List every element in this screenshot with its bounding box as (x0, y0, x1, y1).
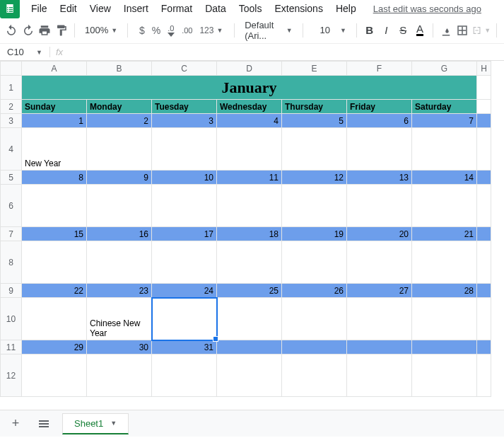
cell[interactable] (477, 76, 491, 100)
merge-cells-button[interactable]: ▼ (472, 21, 491, 40)
event-cell[interactable]: New Year (22, 128, 87, 171)
bold-button[interactable]: B (363, 21, 377, 40)
paint-format-icon[interactable] (54, 21, 69, 40)
cell[interactable] (477, 128, 491, 171)
event-cell[interactable] (412, 355, 477, 397)
event-cell[interactable] (347, 298, 412, 340)
zoom-select[interactable]: 100%▼ (81, 25, 122, 35)
day-num[interactable]: 12 (282, 171, 347, 185)
cell[interactable] (477, 100, 491, 114)
font-select[interactable]: Default (Ari...▼ (240, 20, 297, 41)
event-cell[interactable] (152, 355, 217, 397)
cell[interactable] (477, 298, 491, 340)
name-box[interactable]: C10▼ (0, 45, 49, 59)
row-header-9[interactable]: 9 (1, 284, 22, 298)
menu-file[interactable]: File (25, 0, 53, 17)
sheets-logo-icon[interactable] (0, 0, 20, 18)
menu-format[interactable]: Format (156, 0, 198, 17)
day-num[interactable]: 23 (87, 284, 152, 298)
all-sheets-button[interactable] (34, 414, 54, 434)
event-cell[interactable] (347, 241, 412, 284)
event-cell[interactable] (282, 355, 347, 397)
row-header-8[interactable]: 8 (1, 241, 22, 284)
month-title-cell[interactable]: January (22, 76, 477, 100)
day-num[interactable]: 24 (152, 284, 217, 298)
menu-extensions[interactable]: Extensions (269, 0, 328, 17)
font-size-select[interactable]: 10▼ (309, 25, 351, 35)
day-num[interactable]: 20 (347, 227, 412, 241)
cell[interactable] (477, 355, 491, 397)
redo-icon[interactable] (21, 21, 35, 40)
row-header-11[interactable]: 11 (1, 340, 22, 355)
day-num[interactable]: 6 (347, 114, 412, 128)
fill-color-button[interactable] (439, 21, 453, 40)
event-cell[interactable] (347, 185, 412, 227)
cell[interactable] (477, 185, 491, 227)
day-num[interactable]: 21 (412, 227, 477, 241)
event-cell[interactable] (282, 241, 347, 284)
weekday-header[interactable]: Sunday (22, 100, 87, 114)
day-num[interactable]: 1 (22, 114, 87, 128)
spreadsheet-grid[interactable]: A B C D E F G H 1 January 2 Sunday Monda… (0, 61, 504, 410)
borders-button[interactable] (455, 21, 469, 40)
event-cell[interactable] (217, 298, 282, 340)
format-currency-button[interactable]: $ (136, 21, 148, 40)
day-num[interactable]: 9 (87, 171, 152, 185)
cell[interactable] (477, 227, 491, 241)
row-header-2[interactable]: 2 (1, 100, 22, 114)
event-cell[interactable] (282, 128, 347, 171)
cell[interactable] (477, 114, 491, 128)
day-num[interactable]: 27 (347, 284, 412, 298)
event-cell[interactable] (152, 241, 217, 284)
event-cell[interactable] (282, 185, 347, 227)
cell[interactable] (477, 241, 491, 284)
sheet-tab[interactable]: Sheet1▼ (62, 413, 129, 434)
row-header-6[interactable]: 6 (1, 185, 22, 227)
event-cell[interactable] (412, 241, 477, 284)
row-header-1[interactable]: 1 (1, 76, 22, 100)
cell[interactable] (477, 171, 491, 185)
event-cell[interactable] (412, 128, 477, 171)
weekday-header[interactable]: Friday (347, 100, 412, 114)
day-num[interactable]: 5 (282, 114, 347, 128)
day-num[interactable]: 4 (217, 114, 282, 128)
event-cell[interactable] (87, 355, 152, 397)
event-cell[interactable] (22, 298, 87, 340)
text-color-button[interactable]: A (413, 21, 427, 40)
menu-data[interactable]: Data (199, 0, 232, 17)
col-header-D[interactable]: D (217, 62, 282, 76)
row-header-4[interactable]: 4 (1, 128, 22, 171)
day-num[interactable]: 17 (152, 227, 217, 241)
menu-view[interactable]: View (84, 0, 117, 17)
event-cell[interactable] (152, 128, 217, 171)
day-num[interactable]: 18 (217, 227, 282, 241)
event-cell[interactable] (347, 128, 412, 171)
menu-help[interactable]: Help (330, 0, 362, 17)
menu-edit[interactable]: Edit (54, 0, 83, 17)
weekday-header[interactable]: Saturday (412, 100, 477, 114)
event-cell[interactable] (87, 241, 152, 284)
day-num[interactable]: 25 (217, 284, 282, 298)
row-header-3[interactable]: 3 (1, 114, 22, 128)
weekday-header[interactable]: Tuesday (152, 100, 217, 114)
event-cell[interactable]: Chinese New Year (87, 298, 152, 340)
event-cell[interactable] (217, 241, 282, 284)
day-num[interactable] (347, 340, 412, 355)
increase-decimal-button[interactable]: .00 (179, 21, 195, 40)
col-header-E[interactable]: E (282, 62, 347, 76)
event-cell[interactable] (87, 185, 152, 227)
day-num[interactable]: 15 (22, 227, 87, 241)
col-header-C[interactable]: C (152, 62, 217, 76)
col-header-G[interactable]: G (412, 62, 477, 76)
italic-button[interactable]: I (379, 21, 393, 40)
day-num[interactable]: 29 (22, 340, 87, 355)
day-num[interactable]: 19 (282, 227, 347, 241)
undo-icon[interactable] (4, 21, 18, 40)
day-num[interactable]: 13 (347, 171, 412, 185)
col-header-A[interactable]: A (22, 62, 87, 76)
day-num[interactable]: 30 (87, 340, 152, 355)
format-percent-button[interactable]: % (149, 21, 163, 40)
event-cell[interactable] (217, 128, 282, 171)
menu-tools[interactable]: Tools (233, 0, 268, 17)
event-cell[interactable] (22, 185, 87, 227)
